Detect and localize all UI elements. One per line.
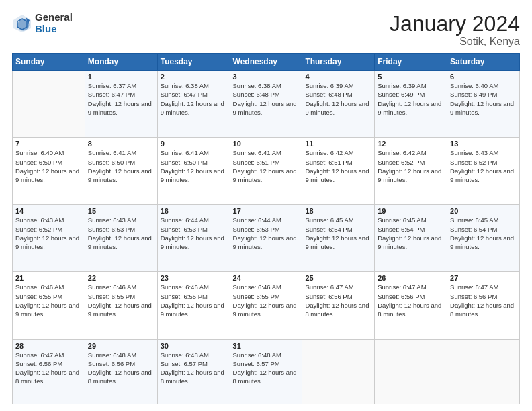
day-number: 6 bbox=[450, 73, 517, 81]
day-info: Sunrise: 6:41 AM Sunset: 6:51 PM Dayligh… bbox=[233, 148, 300, 184]
day-number: 15 bbox=[88, 207, 154, 215]
table-row bbox=[302, 339, 375, 404]
table-row: 31Sunrise: 6:48 AM Sunset: 6:57 PM Dayli… bbox=[230, 339, 302, 404]
day-info: Sunrise: 6:44 AM Sunset: 6:53 PM Dayligh… bbox=[161, 216, 227, 251]
day-info: Sunrise: 6:47 AM Sunset: 6:56 PM Dayligh… bbox=[378, 283, 444, 318]
table-row: 26Sunrise: 6:47 AM Sunset: 6:56 PM Dayli… bbox=[375, 272, 447, 339]
table-row: 21Sunrise: 6:46 AM Sunset: 6:55 PM Dayli… bbox=[13, 272, 85, 339]
day-number: 24 bbox=[233, 274, 300, 282]
table-row: 7Sunrise: 6:40 AM Sunset: 6:50 PM Daylig… bbox=[13, 138, 85, 205]
day-number: 23 bbox=[161, 274, 227, 282]
day-info: Sunrise: 6:39 AM Sunset: 6:49 PM Dayligh… bbox=[378, 81, 444, 117]
logo-general-text: General bbox=[35, 12, 73, 24]
table-row: 30Sunrise: 6:48 AM Sunset: 6:57 PM Dayli… bbox=[157, 339, 230, 404]
day-number: 25 bbox=[305, 274, 371, 282]
table-row: 28Sunrise: 6:47 AM Sunset: 6:56 PM Dayli… bbox=[13, 339, 85, 404]
day-info: Sunrise: 6:43 AM Sunset: 6:52 PM Dayligh… bbox=[450, 148, 517, 184]
day-number: 29 bbox=[88, 342, 154, 350]
days-header-row: Sunday Monday Tuesday Wednesday Thursday… bbox=[13, 54, 520, 71]
table-row: 20Sunrise: 6:45 AM Sunset: 6:54 PM Dayli… bbox=[447, 205, 520, 272]
table-row: 27Sunrise: 6:47 AM Sunset: 6:56 PM Dayli… bbox=[447, 272, 520, 339]
day-number: 2 bbox=[161, 73, 227, 81]
table-row: 10Sunrise: 6:41 AM Sunset: 6:51 PM Dayli… bbox=[230, 138, 302, 205]
day-number: 3 bbox=[233, 73, 300, 81]
table-row: 17Sunrise: 6:44 AM Sunset: 6:53 PM Dayli… bbox=[230, 205, 302, 272]
table-row: 25Sunrise: 6:47 AM Sunset: 6:56 PM Dayli… bbox=[302, 272, 375, 339]
day-number: 5 bbox=[378, 73, 444, 81]
day-number: 30 bbox=[161, 342, 227, 350]
table-row bbox=[375, 339, 447, 404]
day-number: 14 bbox=[15, 207, 82, 215]
header-tuesday: Tuesday bbox=[157, 54, 230, 71]
day-info: Sunrise: 6:42 AM Sunset: 6:51 PM Dayligh… bbox=[305, 148, 371, 184]
table-row: 3Sunrise: 6:38 AM Sunset: 6:48 PM Daylig… bbox=[230, 71, 302, 138]
location: Sotik, Kenya bbox=[390, 36, 520, 48]
header-thursday: Thursday bbox=[302, 54, 375, 71]
day-info: Sunrise: 6:48 AM Sunset: 6:57 PM Dayligh… bbox=[233, 351, 300, 386]
table-row: 2Sunrise: 6:38 AM Sunset: 6:47 PM Daylig… bbox=[157, 71, 230, 138]
table-row bbox=[447, 339, 520, 404]
day-number: 7 bbox=[15, 140, 82, 148]
day-info: Sunrise: 6:43 AM Sunset: 6:53 PM Dayligh… bbox=[88, 216, 154, 251]
day-number: 27 bbox=[450, 274, 517, 282]
day-number: 11 bbox=[305, 140, 371, 148]
day-info: Sunrise: 6:39 AM Sunset: 6:48 PM Dayligh… bbox=[305, 81, 371, 117]
day-info: Sunrise: 6:48 AM Sunset: 6:56 PM Dayligh… bbox=[88, 351, 154, 386]
day-number: 31 bbox=[233, 342, 300, 350]
calendar-table: Sunday Monday Tuesday Wednesday Thursday… bbox=[12, 53, 520, 404]
day-number: 17 bbox=[233, 207, 300, 215]
header-monday: Monday bbox=[85, 54, 157, 71]
logo: General Blue bbox=[12, 12, 73, 34]
header-wednesday: Wednesday bbox=[230, 54, 302, 71]
table-row: 18Sunrise: 6:45 AM Sunset: 6:54 PM Dayli… bbox=[302, 205, 375, 272]
table-row: 8Sunrise: 6:41 AM Sunset: 6:50 PM Daylig… bbox=[85, 138, 157, 205]
day-info: Sunrise: 6:46 AM Sunset: 6:55 PM Dayligh… bbox=[88, 283, 154, 318]
table-row: 19Sunrise: 6:45 AM Sunset: 6:54 PM Dayli… bbox=[375, 205, 447, 272]
day-info: Sunrise: 6:40 AM Sunset: 6:50 PM Dayligh… bbox=[15, 148, 82, 184]
table-row: 11Sunrise: 6:42 AM Sunset: 6:51 PM Dayli… bbox=[302, 138, 375, 205]
day-info: Sunrise: 6:47 AM Sunset: 6:56 PM Dayligh… bbox=[450, 283, 517, 318]
table-row: 9Sunrise: 6:41 AM Sunset: 6:50 PM Daylig… bbox=[157, 138, 230, 205]
day-info: Sunrise: 6:46 AM Sunset: 6:55 PM Dayligh… bbox=[161, 283, 227, 318]
table-row: 14Sunrise: 6:43 AM Sunset: 6:52 PM Dayli… bbox=[13, 205, 85, 272]
day-number: 13 bbox=[450, 140, 517, 148]
day-number: 10 bbox=[233, 140, 300, 148]
day-info: Sunrise: 6:38 AM Sunset: 6:47 PM Dayligh… bbox=[161, 81, 227, 117]
day-number: 8 bbox=[88, 140, 154, 148]
day-number: 9 bbox=[161, 140, 227, 148]
table-row bbox=[13, 71, 85, 138]
day-info: Sunrise: 6:40 AM Sunset: 6:49 PM Dayligh… bbox=[450, 81, 517, 117]
day-number: 22 bbox=[88, 274, 154, 282]
day-number: 4 bbox=[305, 73, 371, 81]
header-friday: Friday bbox=[375, 54, 447, 71]
header: General Blue January 2024 Sotik, Kenya bbox=[12, 12, 520, 48]
logo-icon bbox=[12, 13, 32, 34]
table-row: 4Sunrise: 6:39 AM Sunset: 6:48 PM Daylig… bbox=[302, 71, 375, 138]
table-row: 24Sunrise: 6:46 AM Sunset: 6:55 PM Dayli… bbox=[230, 272, 302, 339]
day-info: Sunrise: 6:37 AM Sunset: 6:47 PM Dayligh… bbox=[88, 81, 154, 117]
logo-blue-text: Blue bbox=[35, 24, 73, 35]
day-number: 1 bbox=[88, 73, 154, 81]
day-info: Sunrise: 6:45 AM Sunset: 6:54 PM Dayligh… bbox=[305, 216, 371, 251]
header-sunday: Sunday bbox=[13, 54, 85, 71]
day-number: 26 bbox=[378, 274, 444, 282]
logo-text: General Blue bbox=[35, 12, 73, 34]
table-row: 29Sunrise: 6:48 AM Sunset: 6:56 PM Dayli… bbox=[85, 339, 157, 404]
table-row: 15Sunrise: 6:43 AM Sunset: 6:53 PM Dayli… bbox=[85, 205, 157, 272]
table-row: 16Sunrise: 6:44 AM Sunset: 6:53 PM Dayli… bbox=[157, 205, 230, 272]
table-row: 23Sunrise: 6:46 AM Sunset: 6:55 PM Dayli… bbox=[157, 272, 230, 339]
day-number: 16 bbox=[161, 207, 227, 215]
table-row: 1Sunrise: 6:37 AM Sunset: 6:47 PM Daylig… bbox=[85, 71, 157, 138]
day-number: 21 bbox=[15, 274, 82, 282]
day-info: Sunrise: 6:42 AM Sunset: 6:52 PM Dayligh… bbox=[378, 148, 444, 184]
day-info: Sunrise: 6:47 AM Sunset: 6:56 PM Dayligh… bbox=[305, 283, 371, 318]
day-info: Sunrise: 6:44 AM Sunset: 6:53 PM Dayligh… bbox=[233, 216, 300, 251]
day-info: Sunrise: 6:45 AM Sunset: 6:54 PM Dayligh… bbox=[450, 216, 517, 251]
day-info: Sunrise: 6:46 AM Sunset: 6:55 PM Dayligh… bbox=[15, 283, 82, 318]
day-number: 20 bbox=[450, 207, 517, 215]
day-info: Sunrise: 6:47 AM Sunset: 6:56 PM Dayligh… bbox=[15, 351, 82, 386]
day-info: Sunrise: 6:43 AM Sunset: 6:52 PM Dayligh… bbox=[15, 216, 82, 251]
day-info: Sunrise: 6:46 AM Sunset: 6:55 PM Dayligh… bbox=[233, 283, 300, 318]
table-row: 6Sunrise: 6:40 AM Sunset: 6:49 PM Daylig… bbox=[447, 71, 520, 138]
day-number: 19 bbox=[378, 207, 444, 215]
